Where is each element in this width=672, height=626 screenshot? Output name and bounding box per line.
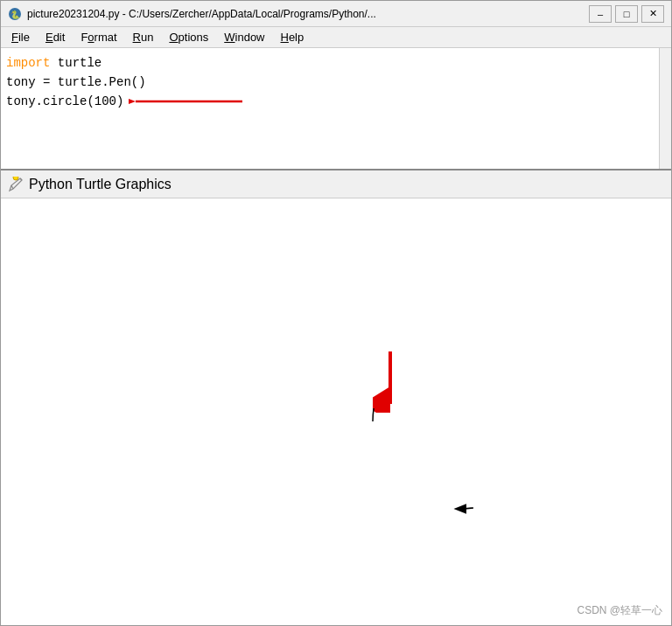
minimize-button[interactable]: –: [589, 5, 612, 23]
code-tony-circle: tony.circle(100): [6, 92, 123, 111]
window: 🐍 picture20231204.py - C:/Users/Zercher/…: [0, 0, 672, 626]
menu-window[interactable]: Window: [217, 29, 271, 45]
menu-help[interactable]: Help: [274, 29, 312, 45]
code-line-2: tony = turtle.Pen(): [6, 73, 666, 92]
close-button[interactable]: ✕: [641, 5, 664, 23]
pencil-icon: [8, 177, 24, 192]
title-bar-left: 🐍 picture20231204.py - C:/Users/Zercher/…: [8, 7, 376, 21]
svg-line-6: [20, 178, 22, 180]
maximize-button[interactable]: □: [615, 5, 638, 23]
code-tony-assign: tony = turtle.Pen(): [6, 73, 146, 92]
turtle-canvas: CSDN @轻草一心: [1, 198, 671, 625]
red-down-arrow: [373, 351, 408, 413]
turtle-header: Python Turtle Graphics: [1, 170, 671, 198]
code-scrollbar[interactable]: [659, 48, 671, 169]
keyword-import: import: [6, 53, 50, 73]
code-turtle: turtle: [50, 53, 102, 73]
code-line-3: tony.circle(100): [6, 92, 666, 111]
code-line-1: import turtle: [6, 53, 666, 73]
menu-edit[interactable]: Edit: [38, 29, 72, 45]
menu-run[interactable]: Run: [126, 29, 161, 45]
turtle-header-text: Python Turtle Graphics: [29, 177, 172, 192]
red-horizontal-arrow: [129, 92, 242, 111]
title-bar-text: picture20231204.py - C:/Users/Zercher/Ap…: [27, 8, 376, 20]
turtle-circle-svg: [272, 408, 473, 609]
menu-options[interactable]: Options: [162, 29, 215, 45]
menu-file[interactable]: File: [4, 29, 37, 45]
code-editor[interactable]: import turtle tony = turtle.Pen() tony.c…: [1, 48, 671, 170]
watermark: CSDN @轻草一心: [577, 603, 662, 618]
title-bar-controls: – □ ✕: [589, 5, 664, 23]
svg-text:🐍: 🐍: [10, 10, 21, 20]
svg-point-7: [13, 177, 18, 180]
menu-bar: File Edit Format Run Options Window Help: [1, 27, 671, 48]
menu-format[interactable]: Format: [74, 29, 123, 45]
python-icon: 🐍: [8, 7, 22, 21]
title-bar: 🐍 picture20231204.py - C:/Users/Zercher/…: [1, 1, 671, 27]
svg-line-5: [11, 185, 13, 189]
